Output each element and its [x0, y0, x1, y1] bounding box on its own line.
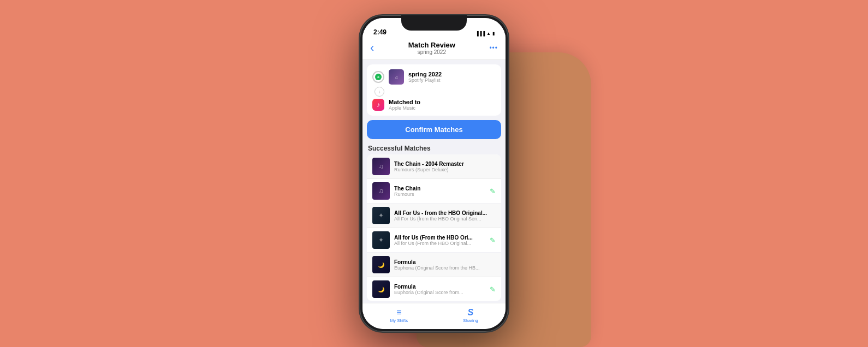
dest-info: Matched to Apple Music	[389, 99, 420, 111]
tab-bar: ≡ My Shifts S Sharing	[362, 303, 506, 329]
edit-icon-1[interactable]: ✎	[490, 187, 496, 195]
status-time: 2:49	[373, 28, 387, 36]
source-name: spring 2022	[408, 71, 442, 77]
phone-notch	[401, 15, 467, 31]
arrow-divider: ↓	[372, 86, 496, 97]
tab-my-shifts[interactable]: ≡ My Shifts	[390, 308, 408, 323]
apple-music-icon: ♪	[372, 99, 384, 111]
source-info: spring 2022 Spotify Playlist	[408, 71, 442, 83]
sharing-label: Sharing	[463, 318, 478, 323]
match-pair-1: ♫ The Chain - 2004 Remaster Rumours (Sup…	[367, 154, 501, 204]
nav-bar: ‹ Match Review spring 2022 •••	[362, 39, 506, 60]
track-album-1-dest: Rumours	[394, 192, 485, 197]
nav-title: Match Review	[408, 41, 455, 49]
track-thumb-1-source: ♫	[372, 158, 390, 175]
source-dest-card: S ♫ spring 2022 Spotify Playlist	[367, 64, 501, 116]
sharing-icon: S	[467, 308, 473, 318]
track-name-1-dest: The Chain	[394, 186, 485, 192]
match-dest-1: ♫ The Chain Rumours ✎	[367, 179, 501, 203]
edit-icon-2[interactable]: ✎	[490, 236, 496, 244]
dest-name: Matched to	[389, 99, 420, 105]
track-album-3-source: Euphoria (Original Score from the HB...	[394, 265, 496, 271]
back-button[interactable]: ‹	[370, 41, 374, 55]
track-album-2-source: All For Us (from the HBO Original Seri..…	[394, 216, 496, 222]
app-background: 2:49 ▐▐▐ ▲ ▮ ‹ Match Review spring 2022 …	[0, 0, 868, 347]
nav-subtitle: spring 2022	[408, 49, 455, 55]
track-thumb-2-dest: ✦	[372, 231, 390, 249]
my-shifts-icon: ≡	[396, 308, 401, 318]
track-thumb-3-source: 🌙	[372, 256, 390, 273]
spotify-circle-icon: S	[372, 71, 384, 83]
phone-frame: 2:49 ▐▐▐ ▲ ▮ ‹ Match Review spring 2022 …	[360, 15, 508, 332]
match-pair-2: ✦ All For Us - from the HBO Original... …	[367, 204, 501, 253]
dest-type: Apple Music	[389, 105, 420, 111]
edit-icon-3[interactable]: ✎	[490, 285, 496, 294]
screen-content: S ♫ spring 2022 Spotify Playlist	[362, 60, 506, 303]
track-thumb-2-source: ✦	[372, 207, 390, 224]
confirm-button[interactable]: Confirm Matches	[367, 120, 501, 139]
track-info-1-dest: The Chain Rumours	[394, 186, 485, 197]
match-dest-2: ✦ All for Us (From the HBO Ori... All fo…	[367, 228, 501, 252]
wifi-icon: ▲	[486, 31, 491, 36]
section-header: Successful Matches	[362, 142, 506, 154]
more-button[interactable]: •••	[489, 44, 498, 52]
source-row: S ♫ spring 2022 Spotify Playlist	[372, 68, 496, 86]
match-pair-3: 🌙 Formula Euphoria (Original Score from …	[367, 253, 501, 301]
track-thumb-3-dest: 🌙	[372, 280, 390, 298]
match-dest-3: 🌙 Formula Euphoria (Original Score from.…	[367, 277, 501, 301]
battery-icon: ▮	[492, 31, 495, 36]
my-shifts-label: My Shifts	[390, 318, 408, 323]
matches-list: ♫ The Chain - 2004 Remaster Rumours (Sup…	[367, 154, 501, 301]
track-album-2-dest: All for Us (From the HBO Original...	[394, 241, 485, 246]
signal-icon: ▐▐▐	[475, 31, 485, 36]
track-info-3-source: Formula Euphoria (Original Score from th…	[394, 259, 496, 271]
match-source-1: ♫ The Chain - 2004 Remaster Rumours (Sup…	[367, 154, 501, 179]
track-info-1-source: The Chain - 2004 Remaster Rumours (Super…	[394, 161, 496, 172]
track-name-3-dest: Formula	[394, 284, 485, 290]
destination-row: ♪ Matched to Apple Music	[372, 97, 496, 112]
match-source-2: ✦ All For Us - from the HBO Original... …	[367, 204, 501, 228]
status-icons: ▐▐▐ ▲ ▮	[475, 31, 495, 36]
track-info-2-source: All For Us - from the HBO Original... Al…	[394, 210, 496, 222]
source-album-thumb: ♫	[389, 69, 404, 85]
source-type: Spotify Playlist	[408, 77, 442, 83]
track-album-1-source: Rumours (Super Deluxe)	[394, 167, 496, 172]
track-name-3-source: Formula	[394, 259, 496, 265]
track-name-1-source: The Chain - 2004 Remaster	[394, 161, 496, 167]
track-thumb-1-dest: ♫	[372, 182, 390, 200]
match-source-3: 🌙 Formula Euphoria (Original Score from …	[367, 253, 501, 277]
track-info-2-dest: All for Us (From the HBO Ori... All for …	[394, 235, 485, 246]
tab-sharing[interactable]: S Sharing	[463, 308, 478, 323]
nav-title-container: Match Review spring 2022	[408, 41, 455, 55]
track-info-3-dest: Formula Euphoria (Original Score from...	[394, 284, 485, 295]
track-name-2-dest: All for Us (From the HBO Ori...	[394, 235, 485, 241]
track-album-3-dest: Euphoria (Original Score from...	[394, 290, 485, 295]
phone-screen: 2:49 ▐▐▐ ▲ ▮ ‹ Match Review spring 2022 …	[362, 18, 506, 329]
track-name-2-source: All For Us - from the HBO Original...	[394, 210, 496, 216]
